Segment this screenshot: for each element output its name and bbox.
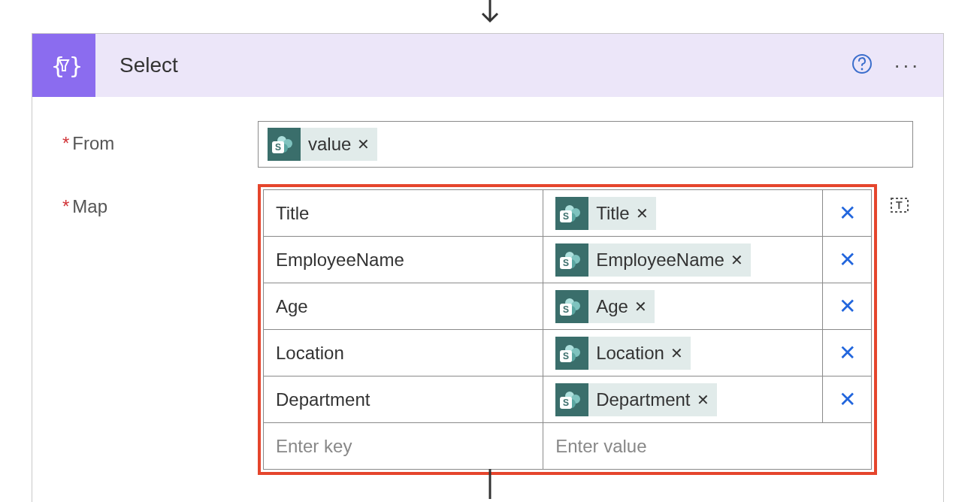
map-key-input[interactable]: Location xyxy=(264,330,543,376)
svg-point-4 xyxy=(861,68,863,71)
value-token[interactable]: S EmployeeName ✕ xyxy=(555,243,751,277)
map-row: Age S Age ✕ ✕ xyxy=(264,283,872,330)
delete-row-icon[interactable]: ✕ xyxy=(839,387,856,412)
value-token[interactable]: S Department ✕ xyxy=(555,383,716,416)
value-token-label: EmployeeName xyxy=(596,249,724,271)
map-row: EmployeeName S EmployeeName ✕ ✕ xyxy=(264,237,872,283)
map-value-input[interactable]: S Department ✕ xyxy=(543,376,823,423)
map-key-input[interactable]: Department xyxy=(264,376,543,423)
map-value-input[interactable]: S Title ✕ xyxy=(543,190,823,237)
map-row: Department S Department ✕ ✕ xyxy=(264,376,872,423)
remove-token-icon[interactable]: ✕ xyxy=(697,391,709,409)
map-key-input[interactable]: Enter key xyxy=(264,423,543,470)
value-token-label: Location xyxy=(596,343,664,364)
help-icon[interactable] xyxy=(851,53,873,78)
sharepoint-icon: S xyxy=(555,243,588,277)
map-value-input[interactable]: Enter value xyxy=(543,423,872,470)
from-token[interactable]: S value ✕ xyxy=(268,128,377,161)
connector-arrow-top xyxy=(475,0,505,33)
svg-text:}: } xyxy=(69,53,83,79)
sharepoint-icon: S xyxy=(555,290,588,323)
more-menu-icon[interactable]: ··· xyxy=(894,55,921,76)
map-value-input[interactable]: S Age ✕ xyxy=(543,283,823,330)
remove-token-icon[interactable]: ✕ xyxy=(357,135,370,153)
sharepoint-icon: S xyxy=(268,128,301,161)
svg-text:T: T xyxy=(896,199,903,211)
from-input[interactable]: S value ✕ xyxy=(258,121,913,168)
select-action-icon: { } xyxy=(32,34,95,97)
value-token[interactable]: S Title ✕ xyxy=(555,197,655,230)
map-table: Title S Title ✕ ✕ EmployeeName xyxy=(263,189,872,470)
map-key-input[interactable]: Title xyxy=(264,190,543,237)
remove-token-icon[interactable]: ✕ xyxy=(634,298,647,316)
map-row: Title S Title ✕ ✕ xyxy=(264,190,872,237)
select-action-card: { } Select ··· xyxy=(32,33,944,502)
action-title: Select xyxy=(95,53,851,77)
map-value-input[interactable]: S EmployeeName ✕ xyxy=(543,237,823,283)
remove-token-icon[interactable]: ✕ xyxy=(730,251,743,269)
sharepoint-icon: S xyxy=(555,197,588,230)
value-token-label: Age xyxy=(596,296,628,317)
map-key-input[interactable]: Age xyxy=(264,283,543,330)
sharepoint-icon: S xyxy=(555,337,588,370)
value-token[interactable]: S Age ✕ xyxy=(555,290,655,323)
map-highlight-box: Title S Title ✕ ✕ EmployeeName xyxy=(258,184,877,475)
from-token-label: value xyxy=(308,134,351,155)
delete-row-icon[interactable]: ✕ xyxy=(839,201,856,225)
map-value-input[interactable]: S Location ✕ xyxy=(543,330,823,376)
switch-map-mode-icon[interactable]: T xyxy=(886,192,913,219)
from-label: *From xyxy=(62,121,258,154)
map-key-input[interactable]: EmployeeName xyxy=(264,237,543,283)
card-header[interactable]: { } Select ··· xyxy=(32,34,943,97)
remove-token-icon[interactable]: ✕ xyxy=(636,204,649,222)
remove-token-icon[interactable]: ✕ xyxy=(670,344,683,362)
value-token-label: Department xyxy=(596,389,690,410)
map-label: *Map xyxy=(62,184,258,217)
connector-line-bottom xyxy=(475,469,505,502)
delete-row-icon[interactable]: ✕ xyxy=(839,294,856,319)
sharepoint-icon: S xyxy=(555,383,588,416)
map-row: Location S Location ✕ ✕ xyxy=(264,330,872,376)
value-token-label: Title xyxy=(596,203,629,224)
map-row-new: Enter key Enter value xyxy=(264,423,872,470)
delete-row-icon[interactable]: ✕ xyxy=(839,340,856,365)
value-token[interactable]: S Location ✕ xyxy=(555,337,691,370)
delete-row-icon[interactable]: ✕ xyxy=(839,247,856,272)
